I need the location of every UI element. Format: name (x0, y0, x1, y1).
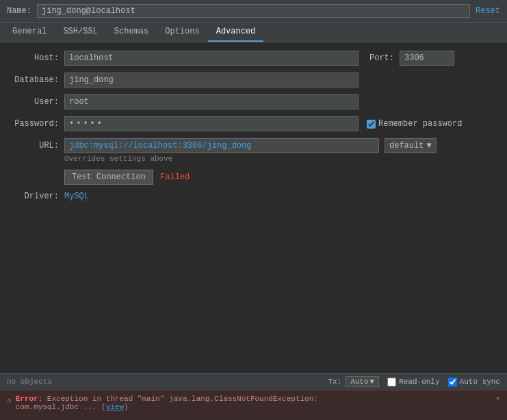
readonly-section: Read-only (387, 378, 439, 386)
readonly-checkbox[interactable] (387, 378, 396, 386)
database-row: Database: (11, 73, 496, 88)
port-label: Port: (369, 53, 394, 63)
tx-dropdown[interactable]: Auto ▼ (346, 376, 379, 387)
reset-link[interactable]: Reset (476, 6, 500, 16)
password-input[interactable] (64, 116, 359, 131)
error-text-container: Error: Exception in thread "main" java.l… (16, 395, 486, 411)
port-input[interactable] (400, 51, 454, 66)
url-input[interactable] (64, 138, 379, 153)
password-label: Password: (11, 119, 59, 129)
autosync-checkbox[interactable] (448, 378, 457, 386)
error-message: Exception in thread "main" java.lang.Cla… (47, 395, 318, 403)
remember-checkbox[interactable] (367, 120, 376, 129)
tx-section: Tx: Auto ▼ (328, 376, 379, 387)
error-close-button[interactable]: × (495, 395, 500, 403)
overrides-text: Overrides settings above (64, 155, 496, 163)
tab-general[interactable]: General (4, 23, 55, 42)
tab-options[interactable]: Options (157, 23, 207, 42)
tab-schemas[interactable]: Schemas (106, 23, 157, 42)
driver-link[interactable]: MySQL (64, 192, 89, 201)
error-line2: com.mysql.jdbc ... (view) (16, 403, 486, 411)
test-status-label: Failed (160, 172, 190, 182)
tx-value: Auto (350, 378, 368, 386)
user-row: User: (11, 94, 496, 109)
error-line1: Error: Exception in thread "main" java.l… (16, 395, 486, 403)
error-message2: com.mysql.jdbc ... ( (16, 403, 106, 411)
name-input[interactable] (37, 4, 470, 18)
readonly-label: Read-only (399, 378, 439, 386)
tx-arrow-icon: ▼ (370, 378, 375, 386)
url-label: URL: (11, 141, 59, 150)
database-input[interactable] (64, 73, 359, 88)
host-row: Host: Port: (11, 51, 496, 66)
driver-row: Driver: MySQL (11, 192, 496, 201)
tx-label: Tx: (328, 378, 341, 386)
remember-row: Remember password (367, 119, 462, 129)
main-container: Name: Reset General SSH/SSL Schemas Opti… (0, 0, 507, 420)
error-view-link[interactable]: view (106, 403, 124, 411)
test-connection-button[interactable]: Test Connection (64, 170, 153, 185)
error-bar: ⚠ Error: Exception in thread "main" java… (0, 390, 507, 420)
tab-advanced[interactable]: Advanced (208, 23, 264, 42)
url-row: URL: default ▼ (11, 138, 496, 153)
dropdown-arrow-icon: ▼ (426, 141, 431, 150)
password-row: Password: Remember password (11, 116, 496, 131)
url-dropdown[interactable]: default ▼ (385, 138, 437, 153)
error-message-end: ) (124, 403, 129, 411)
host-label: Host: (11, 53, 59, 63)
name-bar: Name: Reset (0, 0, 507, 23)
driver-label: Driver: (11, 192, 59, 201)
tabs-bar: General SSH/SSL Schemas Options Advanced (0, 23, 507, 42)
tab-sshssl[interactable]: SSH/SSL (55, 23, 105, 42)
error-bold-label: Error: (16, 395, 43, 403)
url-section: URL: default ▼ Overrides settings above (11, 138, 496, 163)
user-label: User: (11, 97, 59, 107)
status-bar: no objects Tx: Auto ▼ Read-only Auto syn… (0, 373, 507, 390)
name-label: Name: (7, 6, 31, 16)
content-area: Host: Port: Database: User: Password: Re… (0, 42, 507, 373)
user-input[interactable] (64, 94, 359, 109)
no-objects-label: no objects (7, 378, 320, 386)
remember-label: Remember password (378, 119, 462, 129)
database-label: Database: (11, 75, 59, 85)
test-connection-row: Test Connection Failed (64, 170, 496, 185)
host-input[interactable] (64, 51, 359, 66)
autosync-label: Auto sync (460, 378, 500, 386)
warning-icon: ⚠ (7, 395, 12, 404)
url-dropdown-value: default (389, 141, 424, 150)
autosync-section: Auto sync (448, 378, 500, 386)
